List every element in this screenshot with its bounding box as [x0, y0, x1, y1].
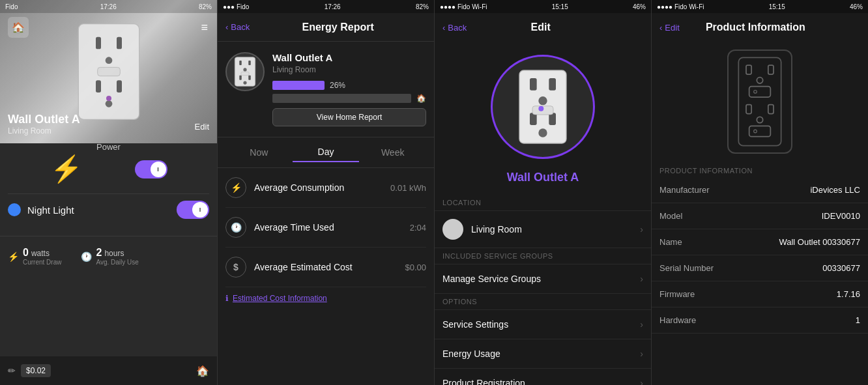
svg-rect-27 — [768, 65, 774, 74]
svg-point-24 — [538, 106, 543, 111]
nav-bar-3: ‹ Back Edit — [435, 13, 651, 42]
back-button-2[interactable]: ‹ Back — [225, 22, 250, 32]
firmware-row: Firmware 1.7.16 — [652, 281, 868, 307]
firmware-key: Firmware — [659, 289, 837, 299]
time-1: 17:26 — [100, 3, 117, 10]
tab-week[interactable]: Week — [359, 143, 426, 162]
bar-percent: 26% — [330, 81, 345, 90]
carrier-4: ●●●● Fido Wi-Fi — [657, 3, 704, 10]
svg-rect-34 — [749, 126, 771, 136]
watts-value: 0 — [23, 247, 29, 259]
svg-rect-10 — [248, 61, 250, 65]
tab-now[interactable]: Now — [225, 143, 293, 162]
cost-value: $0.00 — [405, 263, 426, 272]
svg-rect-18 — [549, 78, 556, 91]
service-settings-chevron-icon: › — [640, 319, 643, 330]
svg-rect-9 — [239, 61, 241, 65]
product-registration-row[interactable]: Product Registration › — [435, 369, 651, 385]
name-row: Name Wall Outlet 00330677 — [652, 229, 868, 255]
svg-point-28 — [757, 78, 762, 83]
svg-rect-26 — [746, 65, 751, 74]
device-title-area: Wall Outlet A Living Room — [8, 113, 80, 135]
svg-rect-7 — [97, 67, 120, 76]
product-registration-chevron-icon: › — [640, 378, 643, 385]
est-cost-link-row[interactable]: ℹ Estimated Cost Information — [218, 287, 434, 309]
status-dot — [106, 96, 111, 101]
report-device-room: Living Room — [272, 65, 426, 74]
status-bar-2: ●●● Fido 17:26 82% — [218, 0, 434, 13]
panel-energy-report: ●●● Fido 17:26 82% ‹ Back Energy Report … — [217, 0, 434, 385]
hours-unit: hours — [104, 249, 124, 258]
manage-service-groups-label: Manage Service Groups — [442, 274, 640, 284]
energy-usage-row[interactable]: Energy Usage › — [435, 339, 651, 369]
svg-point-21 — [538, 96, 547, 105]
product-image-area — [652, 42, 868, 162]
grey-bar-row: 🏠 — [272, 94, 426, 103]
svg-point-35 — [754, 130, 757, 133]
manufacturer-row: Manufacturer iDevices LLC — [652, 177, 868, 203]
service-settings-row[interactable]: Service Settings › — [435, 310, 651, 339]
manufacturer-value: iDevices LLC — [810, 185, 860, 195]
watts-unit: watts — [31, 249, 50, 258]
location-row[interactable]: Living Room › — [435, 211, 651, 248]
watts-sublabel: Current Draw — [23, 259, 61, 266]
report-device-name: Wall Outlet A — [272, 52, 426, 63]
model-row: Model IDEV0010 — [652, 203, 868, 229]
controls-area: Power ⚡ I Night Light I — [0, 143, 217, 236]
hours-stat: 🕐 2 hours Avg. Daily Use — [81, 247, 138, 266]
firmware-value: 1.7.16 — [837, 289, 860, 299]
options-list: Service Settings › Energy Usage › Produc… — [435, 310, 651, 385]
report-device-info: Wall Outlet A Living Room 26% 🏠 View Hom… — [272, 52, 426, 126]
edit-button-1[interactable]: Edit — [195, 122, 209, 132]
night-light-toggle[interactable]: I — [177, 201, 209, 219]
toggle-knob-power: I — [151, 162, 166, 177]
est-cost-link-text[interactable]: Estimated Cost Information — [233, 294, 327, 303]
bottom-bar-1: ✏ $0.02 🏠 — [0, 356, 217, 385]
hours-info: 2 hours Avg. Daily Use — [96, 247, 138, 266]
serial-key: Serial Number — [659, 263, 822, 273]
carrier-3: ●●●● Fido Wi-Fi — [440, 3, 487, 10]
outlet-thumbnail — [225, 52, 265, 91]
service-groups-row[interactable]: Manage Service Groups › — [435, 264, 651, 294]
view-home-report-button[interactable]: View Home Report — [272, 108, 426, 126]
home-bar-icon[interactable]: 🏠 — [196, 365, 209, 377]
outlet-circle — [491, 55, 595, 159]
device-name-3: Wall Outlet A — [435, 165, 651, 195]
service-groups-section-label: INCLUDED SERVICE GROUPS — [435, 248, 651, 264]
status-bar-4: ●●●● Fido Wi-Fi 15:15 46% — [652, 0, 868, 13]
back-chevron-3: ‹ — [442, 23, 445, 33]
svg-rect-12 — [248, 76, 250, 80]
power-toggle[interactable]: I — [135, 160, 167, 178]
carrier-2: ●●● Fido — [223, 3, 249, 10]
nav-title-3: Edit — [467, 21, 615, 33]
svg-rect-31 — [746, 105, 751, 114]
back-chevron-4: ‹ — [659, 23, 662, 33]
usage-bar — [272, 81, 325, 90]
svg-rect-15 — [241, 72, 249, 75]
home-icon[interactable]: 🏠 — [8, 17, 29, 38]
energy-stats: 26% 🏠 — [272, 81, 426, 103]
time-tabs: Now Day Week — [218, 137, 434, 168]
location-section-label: LOCATION — [435, 195, 651, 211]
avg-cost-row: $ Average Estimated Cost $0.00 — [225, 248, 426, 287]
back-button-3[interactable]: ‹ Back — [442, 23, 467, 33]
time-2: 17:26 — [325, 3, 341, 10]
name-value: Wall Outlet 00330677 — [779, 237, 860, 247]
home-usage-icon: 🏠 — [416, 94, 426, 103]
service-groups-chevron-icon: › — [640, 274, 643, 284]
tab-day[interactable]: Day — [293, 143, 360, 162]
options-section-label: OPTIONS — [435, 294, 651, 310]
model-key: Model — [659, 211, 822, 221]
pencil-icon: ✏ — [8, 365, 16, 376]
avg-time-row: 🕐 Average Time Used 2:04 — [225, 208, 426, 248]
edit-button-4[interactable]: ‹ Edit — [659, 23, 680, 33]
power-row: Power ⚡ I — [8, 154, 209, 184]
watts-info: 0 watts Current Draw — [23, 247, 61, 266]
serial-row: Serial Number 00330677 — [652, 255, 868, 281]
nav-bar-4: ‹ Edit Product Information — [652, 13, 868, 42]
panel-product-info: ●●●● Fido Wi-Fi 15:15 46% ‹ Edit Product… — [651, 0, 868, 385]
serial-value: 00330677 — [822, 263, 860, 273]
menu-icon[interactable]: ≡ — [201, 21, 209, 35]
svg-point-22 — [538, 128, 547, 137]
location-chevron-icon: › — [640, 224, 643, 235]
